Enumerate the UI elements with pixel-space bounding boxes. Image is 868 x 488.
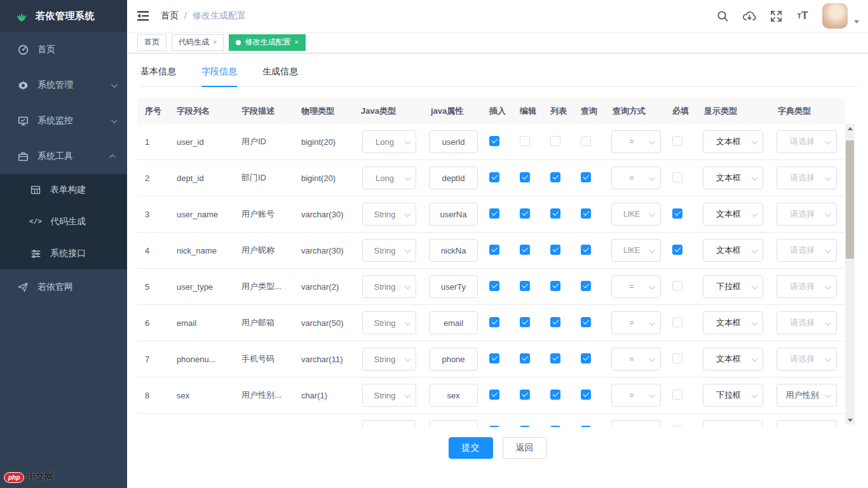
java-type-select[interactable]: String xyxy=(362,384,416,407)
list-checkbox[interactable] xyxy=(550,208,560,219)
back-button[interactable]: 返回 xyxy=(503,437,547,459)
java-type-select[interactable]: String xyxy=(362,239,416,262)
caret-down-icon[interactable] xyxy=(854,20,859,24)
list-checkbox[interactable] xyxy=(550,172,560,182)
required-checkbox[interactable] xyxy=(672,426,682,428)
scroll-up-icon[interactable] xyxy=(845,124,855,133)
required-checkbox[interactable] xyxy=(672,136,682,146)
list-checkbox[interactable] xyxy=(550,317,560,327)
close-icon[interactable]: × xyxy=(213,39,217,46)
java-field-input[interactable]: userNa xyxy=(429,203,478,226)
list-checkbox[interactable] xyxy=(550,136,560,146)
required-checkbox[interactable] xyxy=(672,245,682,255)
query-type-select[interactable]: = xyxy=(611,275,661,298)
insert-checkbox[interactable] xyxy=(489,390,499,400)
required-checkbox[interactable] xyxy=(672,172,682,182)
close-icon[interactable]: × xyxy=(294,39,298,46)
query-checkbox[interactable] xyxy=(581,172,591,182)
scroll-down-icon[interactable] xyxy=(845,416,855,424)
query-checkbox[interactable] xyxy=(581,136,591,146)
query-type-select[interactable]: = xyxy=(611,348,661,370)
dict-type-select[interactable]: 请选择 xyxy=(776,239,837,262)
query-type-select[interactable]: = xyxy=(611,311,661,334)
edit-checkbox[interactable] xyxy=(520,245,530,255)
query-type-select[interactable]: LIKE xyxy=(611,239,661,262)
edit-checkbox[interactable] xyxy=(520,317,530,327)
list-checkbox[interactable] xyxy=(550,390,560,400)
dict-type-select[interactable] xyxy=(776,420,837,427)
query-type-select[interactable]: = xyxy=(611,384,661,407)
dict-type-select[interactable]: 请选择 xyxy=(776,166,837,189)
insert-checkbox[interactable] xyxy=(489,426,499,428)
tab-gen-info[interactable]: 生成信息 xyxy=(262,66,298,86)
edit-checkbox[interactable] xyxy=(520,390,530,400)
java-type-select[interactable]: Long xyxy=(362,130,416,153)
html-type-select[interactable]: 文本框 xyxy=(703,166,763,189)
breadcrumb-home[interactable]: 首页 xyxy=(161,10,179,22)
java-field-input[interactable]: userTy xyxy=(429,275,478,298)
insert-checkbox[interactable] xyxy=(489,208,499,219)
java-type-select[interactable]: String xyxy=(362,311,416,334)
edit-checkbox[interactable] xyxy=(520,353,530,363)
sidebar-item-system-monitor[interactable]: 系统监控 xyxy=(0,103,127,139)
required-checkbox[interactable] xyxy=(672,208,682,219)
java-field-input[interactable]: deptId xyxy=(429,166,478,189)
insert-checkbox[interactable] xyxy=(489,317,499,327)
dict-type-select[interactable]: 用户性别 xyxy=(776,384,837,407)
edit-checkbox[interactable] xyxy=(520,172,530,182)
tag-home[interactable]: 首页 xyxy=(137,34,166,51)
query-checkbox[interactable] xyxy=(581,426,591,428)
dict-type-select[interactable]: 请选择 xyxy=(776,203,837,226)
tab-field-info[interactable]: 字段信息 xyxy=(201,66,237,86)
query-checkbox[interactable] xyxy=(581,317,591,327)
html-type-select[interactable]: 下拉框 xyxy=(703,384,763,407)
insert-checkbox[interactable] xyxy=(489,281,499,291)
app-logo[interactable]: 若依管理系统 xyxy=(0,0,127,32)
insert-checkbox[interactable] xyxy=(489,353,499,363)
java-type-select[interactable] xyxy=(362,420,416,427)
hamburger-icon[interactable] xyxy=(137,9,151,23)
java-field-input[interactable]: nickNa xyxy=(429,239,478,262)
sidebar-item-system-tools[interactable]: 系统工具 xyxy=(0,139,127,174)
search-icon[interactable] xyxy=(712,3,733,29)
query-type-select[interactable] xyxy=(611,420,661,427)
font-size-icon[interactable]: TT xyxy=(792,3,813,29)
insert-checkbox[interactable] xyxy=(489,172,499,182)
java-field-input[interactable]: userId xyxy=(429,130,478,153)
sidebar-item-system-api[interactable]: 系统接口 xyxy=(0,238,127,269)
edit-checkbox[interactable] xyxy=(520,136,530,146)
list-checkbox[interactable] xyxy=(550,245,560,255)
scrollbar-thumb[interactable] xyxy=(846,140,854,259)
html-type-select[interactable] xyxy=(703,420,763,427)
required-checkbox[interactable] xyxy=(672,353,682,363)
sidebar-item-home[interactable]: 首页 xyxy=(0,32,127,67)
sidebar-item-system-manage[interactable]: 系统管理 xyxy=(0,67,127,103)
html-type-select[interactable]: 文本框 xyxy=(703,203,763,226)
java-field-input[interactable]: phone xyxy=(429,348,478,370)
dict-type-select[interactable]: 请选择 xyxy=(776,275,837,298)
java-type-select[interactable]: Long xyxy=(362,166,416,189)
sidebar-item-code-generate[interactable]: </> 代码生成 xyxy=(0,206,127,238)
dict-type-select[interactable]: 请选择 xyxy=(776,130,837,153)
query-checkbox[interactable] xyxy=(581,208,591,219)
query-type-select[interactable]: LIKE xyxy=(611,203,661,226)
java-field-input[interactable] xyxy=(429,420,478,427)
avatar[interactable] xyxy=(822,3,848,29)
html-type-select[interactable]: 文本框 xyxy=(703,348,763,370)
java-type-select[interactable]: String xyxy=(362,348,416,370)
cloud-download-icon[interactable] xyxy=(738,3,760,29)
sidebar-item-form-builder[interactable]: 表单构建 xyxy=(0,174,127,206)
tab-basic-info[interactable]: 基本信息 xyxy=(140,66,176,86)
fullscreen-icon[interactable] xyxy=(765,3,787,29)
query-checkbox[interactable] xyxy=(581,281,591,291)
edit-checkbox[interactable] xyxy=(520,208,530,219)
required-checkbox[interactable] xyxy=(672,317,682,327)
java-field-input[interactable]: sex xyxy=(429,384,478,407)
java-field-input[interactable]: email xyxy=(429,311,478,334)
dict-type-select[interactable]: 请选择 xyxy=(776,311,837,334)
submit-button[interactable]: 提交 xyxy=(449,437,493,459)
insert-checkbox[interactable] xyxy=(489,136,499,146)
query-type-select[interactable]: = xyxy=(611,130,661,153)
required-checkbox[interactable] xyxy=(672,281,682,291)
html-type-select[interactable]: 下拉框 xyxy=(703,275,763,298)
